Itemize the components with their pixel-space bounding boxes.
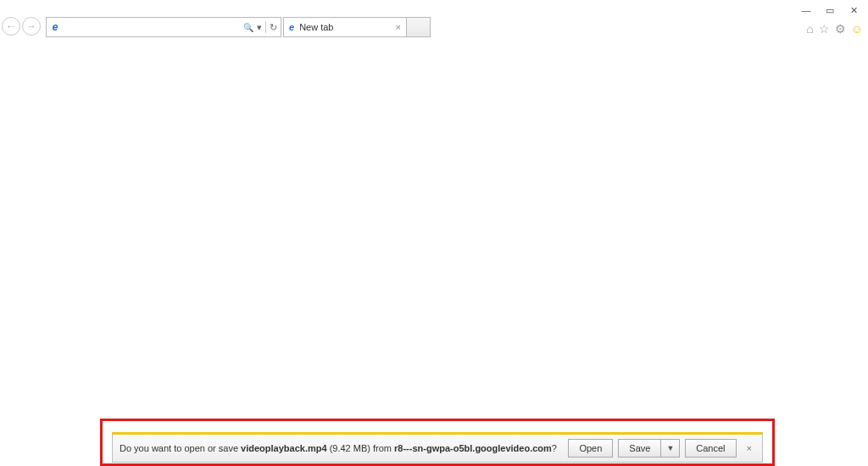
- tab-new-tab[interactable]: e New tab ×: [283, 17, 407, 37]
- new-tab-button[interactable]: [407, 17, 431, 37]
- tab-title: New tab: [299, 22, 390, 32]
- save-button-label: Save: [619, 440, 661, 457]
- page-content: [0, 41, 868, 466]
- open-button-label: Open: [579, 443, 602, 453]
- url-input[interactable]: [64, 22, 243, 32]
- tab-close-button[interactable]: ×: [396, 22, 401, 32]
- download-notification-bar: Do you want to open or save videoplaybac…: [112, 432, 763, 463]
- close-window-button[interactable]: ✕: [848, 5, 860, 16]
- tools-icon[interactable]: ⚙: [835, 22, 846, 36]
- address-bar-tools: 🔍 ▾ ↻: [243, 21, 281, 33]
- save-split-button[interactable]: Save ▼: [618, 439, 680, 458]
- ie-favicon-icon: e: [47, 21, 64, 33]
- download-prefix: Do you want to open or save: [120, 443, 241, 453]
- window-controls: — ▭ ✕: [792, 0, 868, 18]
- forward-button[interactable]: →: [22, 17, 41, 36]
- maximize-button[interactable]: ▭: [824, 5, 836, 16]
- download-message: Do you want to open or save videoplaybac…: [120, 443, 563, 453]
- tab-strip: e New tab ×: [283, 17, 431, 37]
- download-close-button[interactable]: ×: [743, 443, 755, 453]
- favorites-icon[interactable]: ☆: [819, 22, 830, 36]
- save-dropdown-caret[interactable]: ▼: [661, 444, 679, 452]
- cancel-button-label: Cancel: [696, 443, 725, 453]
- smiley-icon[interactable]: ☺: [851, 22, 863, 36]
- address-bar[interactable]: e 🔍 ▾ ↻: [46, 17, 281, 37]
- home-icon[interactable]: ⌂: [806, 22, 813, 36]
- download-host: r8---sn-gwpa-o5bl.googlevideo.com: [394, 443, 552, 453]
- download-suffix: ?: [552, 443, 557, 453]
- command-bar: ⌂ ☆ ⚙ ☺: [806, 22, 863, 36]
- open-button[interactable]: Open: [568, 439, 613, 458]
- download-filename: videoplayback.mp4: [241, 443, 327, 453]
- toolbar: ← → e 🔍 ▾ ↻ e New tab ×: [2, 17, 866, 39]
- refresh-button[interactable]: ↻: [270, 22, 277, 33]
- ie-tab-icon: e: [289, 22, 294, 32]
- divider: [265, 21, 266, 33]
- search-icon[interactable]: 🔍: [243, 23, 253, 32]
- forward-icon: →: [26, 20, 36, 32]
- download-size: (9.42 MB): [327, 443, 373, 453]
- back-button[interactable]: ←: [2, 17, 20, 36]
- cancel-button[interactable]: Cancel: [685, 439, 736, 458]
- minimize-button[interactable]: —: [800, 5, 812, 16]
- search-providers-dropdown[interactable]: ▾: [257, 22, 262, 33]
- back-icon: ←: [6, 20, 16, 32]
- download-from-text: from: [373, 443, 394, 453]
